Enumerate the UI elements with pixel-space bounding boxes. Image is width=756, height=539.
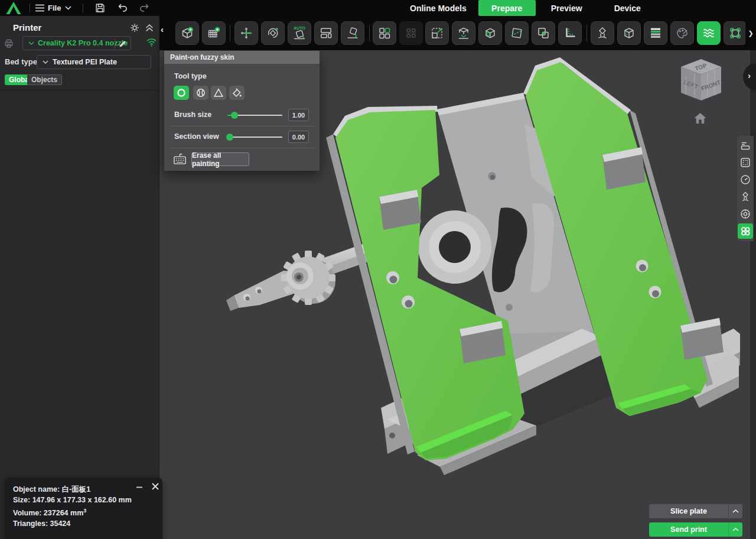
split-to-objects-button[interactable]: [373, 21, 396, 45]
send-print-button[interactable]: Send print: [649, 522, 742, 537]
view-cube[interactable]: TOP LEFT FRONT: [678, 57, 724, 106]
section-view-slider-knob[interactable]: [226, 134, 233, 141]
color-paint-button[interactable]: [670, 21, 694, 45]
arrange-button[interactable]: [314, 21, 338, 45]
plate-list-icon[interactable]: [738, 138, 753, 153]
main-toolbar: ‹ AUTO: [159, 16, 756, 50]
bed-type-select[interactable]: Textured PEI Plate: [37, 55, 151, 69]
home-view-icon[interactable]: [693, 112, 707, 125]
top-bar: File Online Models Prepare Preview Devic…: [0, 0, 756, 16]
sphere-brush-button[interactable]: [193, 86, 208, 100]
send-options-chevron-icon[interactable]: [728, 522, 742, 537]
divider: [30, 4, 30, 12]
bed-type-label: Bed type: [5, 57, 37, 66]
chevron-down-icon: [43, 60, 48, 64]
workspace-tabs: Online Models Prepare Preview Device: [408, 0, 643, 16]
printer-select[interactable]: Creality K2 Pro 0.4 nozzle: [22, 36, 131, 50]
fuzzy-skin-panel-title[interactable]: Paint-on fuzzy skin: [164, 51, 320, 64]
adaptive-corners-button[interactable]: [724, 21, 747, 45]
slice-plate-button[interactable]: Slice plate: [649, 504, 742, 518]
support-view-icon[interactable]: [738, 189, 753, 204]
auto-label: AUTO: [294, 26, 305, 30]
toolbar-collapse-icon[interactable]: ‹: [161, 24, 164, 34]
object-info-panel: Object name: 白-面板1 Size: 147.96 x 177.33…: [5, 478, 162, 539]
fuzzy-skin-panel: Paint-on fuzzy skin Tool type Brush size…: [164, 51, 320, 171]
view-options-toolbar: [737, 136, 754, 241]
slice-options-chevron-icon[interactable]: [728, 504, 742, 518]
move-button[interactable]: [234, 21, 258, 45]
collapse-panel-icon[interactable]: [145, 24, 154, 32]
gear-icon[interactable]: [130, 23, 139, 33]
brush-size-value[interactable]: 1.00: [288, 109, 309, 121]
section-view-label: Section view: [174, 132, 219, 141]
bed-type-value: Textured PEI Plate: [53, 58, 117, 66]
minimize-icon[interactable]: [135, 482, 144, 492]
printer-panel-title: Printer: [13, 22, 41, 33]
right-panel-collapsed-strip: [750, 50, 756, 539]
fuzzy-skin-paint-button[interactable]: [697, 21, 721, 45]
toolbar-overflow-button[interactable]: ❯: [745, 16, 756, 50]
object-volume: Volume: 237264 mm3: [13, 505, 162, 518]
expand-right-panel-icon: ›: [748, 70, 751, 80]
tab-online-models[interactable]: Online Models: [408, 4, 469, 13]
fill-brush-button[interactable]: [229, 86, 245, 100]
wifi-icon[interactable]: [146, 37, 157, 47]
add-model-button[interactable]: [175, 21, 199, 45]
divider: [115, 38, 115, 48]
circle-brush-button[interactable]: [174, 86, 189, 100]
edit-pencil-icon[interactable]: [119, 40, 127, 48]
add-plate-button[interactable]: [202, 21, 226, 45]
layout-clover-icon[interactable]: [738, 223, 753, 239]
section-view-value[interactable]: 0.00: [288, 131, 309, 143]
divider: [0, 90, 159, 90]
chevron-down-icon[interactable]: [65, 6, 71, 10]
tab-prepare[interactable]: Prepare: [478, 0, 536, 16]
scope-tab-objects[interactable]: Objects: [27, 74, 62, 85]
triangle-brush-button[interactable]: [211, 86, 226, 100]
file-menu[interactable]: File: [48, 4, 61, 12]
divider: [169, 126, 315, 126]
erase-all-painting-button[interactable]: Erase all painting: [191, 152, 249, 166]
measure-button[interactable]: [558, 21, 582, 45]
tool-type-label: Tool type: [174, 72, 207, 80]
printer-panel: Printer Creality K2 Pro 0.4 nozzle Bed t…: [0, 16, 159, 539]
creality-print-window: File Online Models Prepare Preview Devic…: [0, 0, 756, 539]
rotate-button[interactable]: [261, 21, 285, 45]
tab-preview[interactable]: Preview: [549, 4, 585, 13]
cut-button[interactable]: [505, 21, 529, 45]
assembly-button-disabled: [399, 21, 423, 45]
drop-to-bed-button[interactable]: [452, 21, 475, 45]
boolean-button[interactable]: [532, 21, 555, 45]
lay-on-face-button[interactable]: [341, 21, 364, 45]
brush-size-slider-knob[interactable]: [231, 112, 238, 119]
auto-orient-button[interactable]: AUTO: [288, 21, 311, 45]
seam-paint-button[interactable]: [617, 21, 641, 45]
save-icon[interactable]: [94, 2, 106, 14]
slice-plate-label[interactable]: Slice plate: [649, 507, 728, 515]
divider: [586, 25, 587, 41]
divider: [169, 148, 315, 148]
plate-settings-icon[interactable]: [738, 155, 753, 170]
brush-size-label: Brush size: [174, 111, 211, 119]
speed-gauge-icon[interactable]: [738, 172, 753, 187]
scale-button[interactable]: [425, 21, 449, 45]
redo-icon[interactable]: [138, 2, 150, 14]
divider: [83, 4, 83, 12]
menu-icon[interactable]: [35, 4, 44, 12]
tab-device[interactable]: Device: [612, 4, 643, 13]
support-paint-button[interactable]: [591, 21, 614, 45]
object-size: Size: 147.96 x 177.33 x 162.60 mm: [13, 495, 162, 505]
keyboard-shortcuts-icon[interactable]: [172, 151, 188, 167]
object-triangles: Triangles: 35424: [13, 518, 162, 529]
height-range-button[interactable]: [644, 21, 667, 45]
divider: [369, 25, 370, 41]
undo-icon[interactable]: [117, 2, 129, 14]
printer-icon: [4, 39, 14, 48]
section-view-slider[interactable]: [227, 137, 282, 138]
hollow-button[interactable]: [478, 21, 502, 45]
send-print-label[interactable]: Send print: [649, 525, 728, 534]
creality-logo-icon: [6, 2, 21, 14]
close-icon[interactable]: [150, 481, 161, 492]
machine-target-icon[interactable]: [738, 206, 753, 222]
divider: [230, 25, 230, 41]
